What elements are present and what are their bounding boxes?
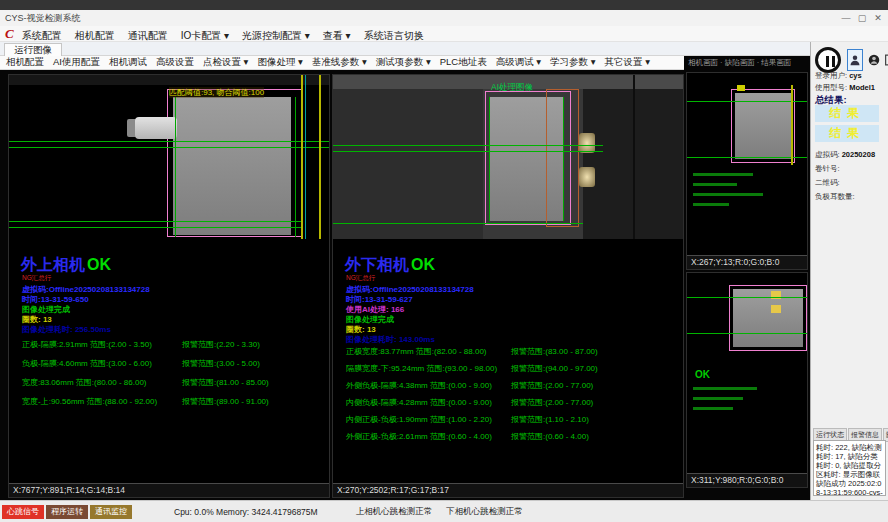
measurement-row: 隔膜宽度-下:95.24mm 范围:(93.00 - 98.00)报警范围:(9… [346, 363, 679, 380]
preview-header: 相机画面 · 缺陷画面 · 结果画面 [688, 58, 791, 68]
preview-panel-2[interactable]: OK X:311;Y:980;R:0;G:0;B:0 [686, 272, 808, 488]
toolbar-item[interactable]: 基准线参数 ▾ [312, 56, 367, 69]
operator-mode-button[interactable] [866, 49, 882, 71]
guide-line [9, 227, 303, 228]
menu-item[interactable]: 光源控制配置 ▾ [242, 30, 310, 41]
status-segment: 程序运转 [46, 505, 88, 519]
measurement-row: 外侧正极-负极:2.61mm 范围:(0.60 - 4.00)报警范围:(0.6… [346, 431, 679, 448]
ng-note: NG汇总行 [346, 274, 375, 283]
result-title: 外上相机OK [21, 255, 111, 276]
result-ok-badge: OK [695, 369, 710, 380]
yellow-marker-line [319, 75, 321, 239]
camera-panel-upper[interactable]: 匹配阈值:93, 吻合阈值:100 外上相机OK NG汇总行 虚拟码:Offli… [8, 74, 330, 498]
maximize-button[interactable]: ▢ [854, 10, 870, 26]
pause-button[interactable] [815, 47, 841, 73]
lower-camera-heartbeat: 下相机心跳检测正常 [446, 506, 523, 518]
info-line: 图像处理耗时: 143.00ms [346, 335, 474, 345]
login-user-label: 登录用户: [815, 71, 847, 80]
battery-cell-image [173, 97, 291, 235]
toolbar-item[interactable]: 点检设置 ▾ [203, 56, 248, 69]
guide-line [687, 101, 807, 102]
model-row: 使用型号: Model1 [815, 83, 875, 93]
info-line: 虚拟码:Offline20250208133134728 [346, 285, 474, 295]
menu-item[interactable]: IO卡配置 ▾ [181, 30, 229, 41]
guide-line [687, 333, 807, 334]
guide-line-vertical [175, 97, 176, 237]
guide-line [687, 157, 807, 158]
toolbar-item[interactable]: 其它设置 ▾ [605, 56, 650, 69]
measurement-list: 正极-隔膜:2.91mm 范围:(2.00 - 3.50)报警范围:(2.20 … [22, 339, 325, 415]
main-view: 匹配阈值:93, 吻合阈值:100 外上相机OK NG汇总行 虚拟码:Offli… [0, 70, 810, 500]
result-text-line [693, 407, 733, 410]
measurement-row: 正极宽度:83.77mm 范围:(82.00 - 88.00)报警范围:(83.… [346, 346, 679, 363]
menu-item[interactable]: 系统配置 [22, 30, 62, 41]
info-line: 图像处理完成 [22, 305, 150, 315]
roller [135, 117, 177, 139]
info-lines: 虚拟码:Offline20250208133134728时间:13-31-59-… [22, 285, 150, 335]
threshold-overlay-text: 匹配阈值:93, 吻合阈值:100 [169, 87, 264, 98]
battery-cell-thumbnail [735, 93, 791, 159]
close-button[interactable]: ✕ [870, 10, 886, 26]
camera-name: 外上相机 [21, 256, 85, 273]
toolbar-item[interactable]: 相机配置 [6, 56, 44, 69]
menu-item[interactable]: 通讯配置 [128, 30, 168, 41]
window-top-strip [0, 0, 888, 10]
toolbar-item[interactable]: 图像处理 ▾ [257, 56, 302, 69]
yellow-marker-line [791, 85, 793, 165]
virtual-code-label: 虚拟码: [815, 150, 840, 159]
result-ok-badge: OK [411, 256, 435, 273]
toolbar-item[interactable]: PLC地址表 [440, 56, 487, 69]
yellow-marker [737, 85, 745, 91]
menu-item[interactable]: 相机配置 [75, 30, 115, 41]
guide-line-vertical [295, 97, 296, 237]
exit-door-icon [884, 53, 888, 67]
guide-line-vertical [489, 97, 490, 221]
menu-item[interactable]: 系统语言切换 [364, 30, 424, 41]
coordinate-bar: X:270;Y:2502;R:17;G:17;B:17 [333, 483, 683, 497]
camera-panel-lower[interactable]: AI处理图像 外下相机OK NG汇总行 虚拟码:Offline202502081… [332, 74, 684, 498]
upper-camera-heartbeat: 上相机心跳检测正常 [356, 506, 433, 518]
measurement-list: 正极宽度:83.77mm 范围:(82.00 - 88.00)报警范围:(83.… [346, 346, 679, 448]
toolbar-item[interactable]: 学习参数 ▾ [550, 56, 595, 69]
model-value[interactable]: Model1 [849, 83, 875, 92]
app-window: CYS-视觉检测系统 — ▢ ✕ C 系统配置相机配置通讯配置IO卡配置 ▾光源… [0, 0, 888, 522]
measurement-row: 宽度-上:90.56mm 范围:(88.00 - 92.00)报警范围:(89.… [22, 396, 325, 415]
tab-count-label: 负极耳数量: [815, 192, 855, 202]
menu-item[interactable]: 查看 ▾ [323, 30, 351, 41]
minimize-button[interactable]: — [838, 10, 854, 26]
app-logo-icon: C [5, 26, 14, 42]
status-bar: 心跳信号程序运转通讯监控 Cpu: 0.0% Memory: 3424.4179… [0, 500, 888, 522]
user-mode-button-selected[interactable] [847, 49, 863, 71]
virtual-code-value: 20250208 [842, 150, 875, 159]
login-user-row: 登录用户: cys [815, 71, 862, 81]
cpu-memory-status: Cpu: 0.0% Memory: 3424.41796875M [174, 507, 318, 517]
coordinate-bar: X:311;Y:980;R:0;G:0;B:0 [687, 473, 807, 487]
user-icon [849, 53, 861, 67]
tab-run-image[interactable]: 运行图像 [4, 43, 62, 56]
electrode-tab-glow [579, 133, 595, 153]
result-ok-badge: OK [87, 256, 111, 273]
cyan-marker-line [305, 75, 306, 239]
measurement-row: 内侧正极-负极:1.90mm 范围:(1.00 - 2.20)报警范围:(1.1… [346, 414, 679, 431]
result-text-line [693, 397, 743, 400]
electrode-tab-glow [579, 167, 595, 187]
toolbar-item[interactable]: 高级设置 [156, 56, 194, 69]
guide-line [9, 141, 329, 142]
info-line: 圈数: 13 [346, 325, 474, 335]
toolbar-item[interactable]: AI使用配置 [53, 56, 100, 69]
info-line: 时间:13-31-59-627 [346, 295, 474, 305]
toolbar-item[interactable]: 高级调试 ▾ [496, 56, 541, 69]
ng-note: NG汇总行 [22, 274, 51, 283]
toolbar-item[interactable]: 测试项参数 ▾ [376, 56, 431, 69]
exit-button[interactable] [882, 49, 888, 71]
preview-panel-1[interactable]: X:267;Y:13;R:0;G:0;B:0 [686, 72, 808, 270]
info-lines: 虚拟码:Offline20250208133134728时间:13-31-59-… [346, 285, 474, 345]
yellow-marker-line [301, 75, 303, 239]
toolbar-item[interactable]: 相机调试 [109, 56, 147, 69]
electrode-tab-glow [771, 305, 781, 313]
log-textarea[interactable]: 耗时: 222, 缺陷检测耗时: 17, 缺陷分类耗时: 0, 缺陷提取分区耗时… [813, 440, 886, 496]
machine-section [333, 89, 483, 239]
user-icon [868, 53, 880, 67]
guide-line [9, 221, 303, 222]
toolbar: 相机配置AI使用配置相机调试高级设置点检设置 ▾图像处理 ▾基准线参数 ▾测试项… [0, 56, 684, 70]
